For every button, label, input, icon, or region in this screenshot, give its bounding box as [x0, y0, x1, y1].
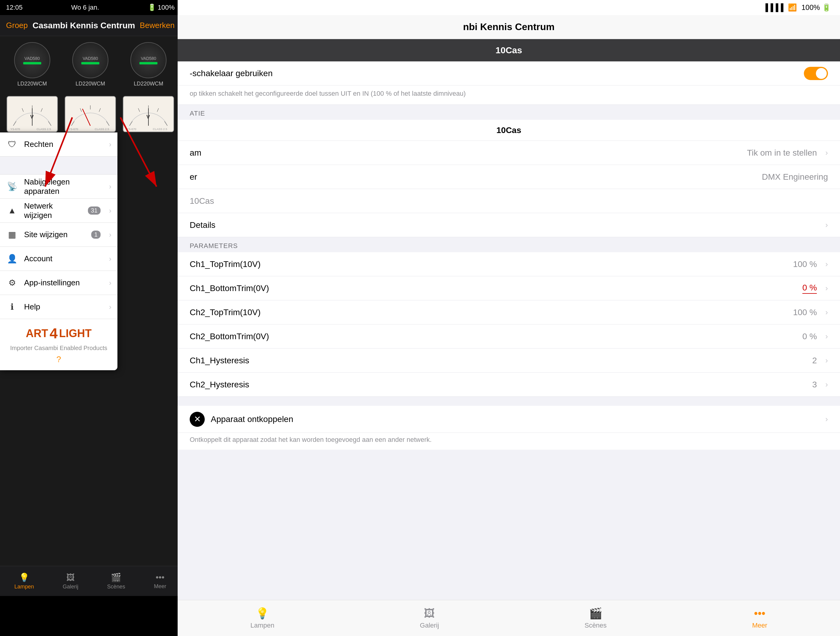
nabijgelegen-label: Nabijgelegen apparaten: [24, 177, 103, 196]
device-item-1[interactable]: VAD580 LD220WCM: [14, 42, 50, 87]
tab-meer-label-right: Meer: [752, 622, 767, 630]
tab-meer-left[interactable]: ••• Meer: [154, 573, 166, 590]
ch2-hysteresis-value: 3: [812, 380, 817, 390]
tab-galerij-right[interactable]: 🖼 Galerij: [420, 607, 439, 630]
tab-galerij-label-right: Galerij: [420, 622, 439, 630]
appsettings-icon: ⚙: [6, 277, 18, 289]
gauge-3: V YS-670 CLASS 2.5: [123, 96, 174, 132]
menu-item-app-settings[interactable]: ⚙ App-instellingen ›: [0, 271, 117, 295]
tab-scenes-label-left: Scènes: [107, 584, 125, 590]
edit-button[interactable]: Bewerken: [140, 21, 175, 30]
menu-item-rechten[interactable]: 🛡 Rechten ›: [0, 133, 117, 156]
battery-icon: 🔋 100%: [148, 4, 175, 11]
menu-overlay: 🛡 Rechten › 📡 Nabijgelegen apparaten › ▲…: [0, 133, 117, 370]
tab-galerij-left[interactable]: 🖼 Galerij: [63, 573, 78, 590]
help-label: Help: [24, 302, 103, 311]
tab-lampen-left[interactable]: 💡 Lampen: [14, 573, 34, 590]
ch1-toptrim-value: 100 %: [793, 259, 817, 269]
tab-scenes-left[interactable]: 🎬 Scènes: [107, 573, 125, 590]
galerij-icon-left: 🖼: [66, 573, 75, 582]
disconnect-row[interactable]: ✕ Apparaat ontkoppelen ›: [178, 406, 840, 433]
tab-bar-left: 💡 Lampen 🖼 Galerij 🎬 Scènes ••• Meer: [0, 566, 181, 596]
wifi-icon: 📶: [788, 3, 797, 12]
chevron-icon-rechten: ›: [109, 140, 111, 149]
chevron-details: ›: [825, 220, 828, 230]
lamp-icon-left: 💡: [19, 573, 30, 582]
device-name-header: 10Cas: [178, 39, 840, 62]
netwerk-badge: 31: [88, 207, 101, 215]
back-button[interactable]: Groep: [6, 21, 28, 30]
menu-separator-1: [0, 156, 117, 175]
manufacturer-value: DMX Engineering: [762, 172, 828, 182]
left-panel: 12:05 Wo 6 jan. 🔋 100% Groep Casambi Ken…: [0, 0, 181, 596]
menu-item-nabijgelegen[interactable]: 📡 Nabijgelegen apparaten ›: [0, 175, 117, 199]
account-label: Account: [24, 254, 103, 264]
help-icon: ℹ: [6, 301, 18, 313]
chevron-disconnect: ›: [825, 415, 828, 424]
profile-row[interactable]: am Tik om in te stellen ›: [178, 141, 840, 165]
time-display: 12:05: [6, 4, 22, 11]
ch1-bottomtrim-label: Ch1_BottomTrim(0V): [189, 284, 796, 293]
disconnect-description: Ontkoppelt dit apparaat zodat het kan wo…: [178, 433, 840, 450]
device-item-3[interactable]: VAD580 LD220WCM: [130, 42, 166, 87]
tab-bar-right: 💡 Lampen 🖼 Galerij 🎬 Scènes ••• Meer: [178, 600, 840, 636]
tab-meer-right[interactable]: ••• Meer: [752, 607, 767, 630]
svg-text:V: V: [147, 114, 150, 120]
ch2-bottomtrim-label: Ch2_BottomTrim(0V): [189, 332, 796, 341]
chevron-icon-netwerk: ›: [109, 207, 111, 215]
nav-title-left: Casambi Kennis Centrum: [33, 21, 135, 30]
appsettings-label: App-instellingen: [24, 278, 103, 287]
battery-display: 100% 🔋: [802, 3, 831, 12]
device-label-2: LD220WCM: [76, 80, 105, 87]
device-circle-2: VAD580: [72, 42, 108, 78]
model-row: 10Cas: [178, 189, 840, 213]
ch2-bottomtrim-value: 0 %: [802, 332, 817, 341]
profile-label: am: [189, 148, 741, 158]
section-configuratie: ATIE: [178, 105, 840, 120]
details-row[interactable]: Details ›: [178, 213, 840, 237]
site-label: Site wijzigen: [24, 230, 85, 239]
day-display: Wo 6 jan.: [71, 4, 99, 11]
chevron-ch1-toptrim: ›: [825, 259, 828, 269]
network-icon: ▲: [6, 205, 18, 217]
nav-bar-right: nbi Kennis Centrum: [178, 15, 840, 39]
param-ch1-toptrim[interactable]: Ch1_TopTrim(10V) 100 % ›: [178, 252, 840, 276]
chevron-ch2-hysteresis: ›: [825, 380, 828, 389]
disconnect-icon: ✕: [189, 412, 205, 427]
tab-lampen-right[interactable]: 💡 Lampen: [251, 607, 275, 630]
account-icon: 👤: [6, 253, 18, 265]
tab-lampen-label-left: Lampen: [14, 584, 34, 590]
device-grid: VAD580 LD220WCM VAD580 LD220WCM VAD580 L…: [0, 36, 181, 93]
signal-icon: ▐▐▐▐: [763, 3, 783, 12]
toggle-row[interactable]: -schakelaar gebruiken: [178, 62, 840, 85]
tab-scenes-right[interactable]: 🎬 Scènes: [584, 607, 606, 630]
logo-subtitle: Importer Casambi Enabled Products: [10, 345, 107, 352]
question-icon[interactable]: ?: [56, 355, 61, 364]
chevron-ch1-bottomtrim: ›: [825, 284, 828, 293]
param-ch2-bottomtrim[interactable]: Ch2_BottomTrim(0V) 0 % ›: [178, 325, 840, 349]
menu-item-site[interactable]: ▦ Site wijzigen 1 ›: [0, 223, 117, 247]
disconnect-label: Apparaat ontkoppelen: [211, 415, 817, 424]
svg-rect-10: [66, 96, 115, 131]
menu-item-netwerk[interactable]: ▲ Netwerk wijzigen 31 ›: [0, 199, 117, 223]
toggle-switch[interactable]: [804, 67, 828, 80]
svg-text:CLASS 2.5: CLASS 2.5: [95, 127, 109, 131]
param-ch2-toptrim[interactable]: Ch2_TopTrim(10V) 100 % ›: [178, 300, 840, 325]
chevron-icon-appsettings: ›: [109, 279, 111, 287]
param-ch1-bottomtrim[interactable]: Ch1_BottomTrim(0V) 0 % ›: [178, 276, 840, 300]
menu-item-account[interactable]: 👤 Account ›: [0, 247, 117, 271]
chevron-icon-nabijgelegen: ›: [109, 182, 111, 191]
device-label-3: LD220WCM: [134, 80, 163, 87]
site-icon: ▦: [6, 229, 18, 241]
chevron-ch1-hysteresis: ›: [825, 356, 828, 365]
menu-item-help[interactable]: ℹ Help ›: [0, 295, 117, 319]
shield-icon: 🛡: [6, 139, 18, 150]
nearby-icon: 📡: [6, 181, 18, 193]
scenes-icon-right: 🎬: [589, 607, 602, 620]
param-ch2-hysteresis[interactable]: Ch2_Hysteresis 3 ›: [178, 372, 840, 397]
param-ch1-hysteresis[interactable]: Ch1_Hysteresis 2 ›: [178, 349, 840, 372]
status-bar-left: 12:05 Wo 6 jan. 🔋 100%: [0, 0, 181, 15]
device-item-2[interactable]: VAD580 LD220WCM: [72, 42, 108, 87]
manufacturer-label: er: [189, 172, 756, 182]
manufacturer-row[interactable]: er DMX Engineering: [178, 165, 840, 189]
